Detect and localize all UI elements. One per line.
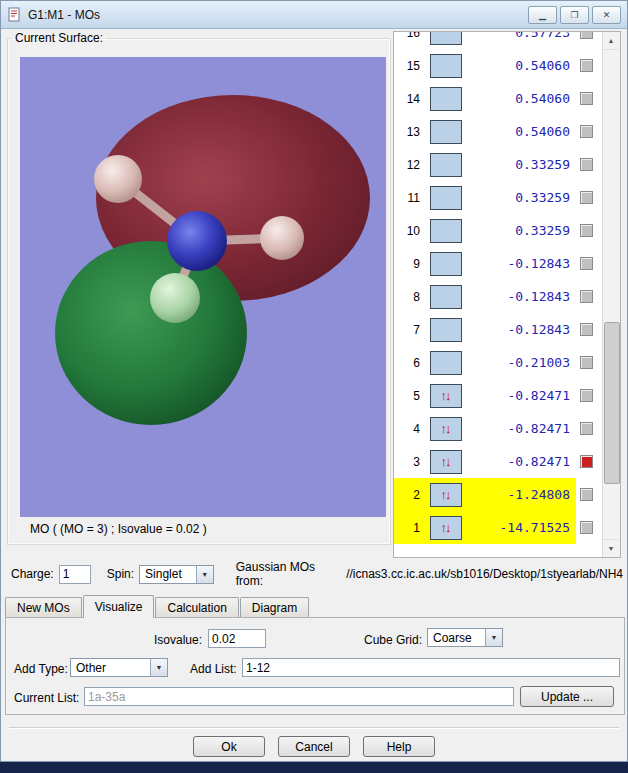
mo-level-box[interactable]: [430, 351, 462, 375]
mo-row-band[interactable]: 8-0.12843: [394, 280, 576, 313]
mo-level-box[interactable]: [430, 318, 462, 342]
mo-row[interactable]: 140.54060: [394, 82, 603, 115]
mo-row[interactable]: 8-0.12843: [394, 280, 603, 313]
cube-grid-select[interactable]: Coarse ▼: [427, 628, 503, 647]
molecule-viewport[interactable]: [20, 57, 386, 517]
tab-diagram[interactable]: Diagram: [240, 597, 309, 617]
mo-row-band[interactable]: 5↑↓-0.82471: [394, 379, 576, 412]
mo-level-box[interactable]: [430, 31, 462, 45]
mo-row[interactable]: 9-0.12843: [394, 247, 603, 280]
mo-row[interactable]: 160.57723: [394, 31, 603, 49]
mo-checkbox[interactable]: [580, 455, 593, 468]
mo-level-box[interactable]: ↑↓: [430, 384, 462, 408]
mo-level-box[interactable]: ↑↓: [430, 483, 462, 507]
spin-up-down-icon: ↑↓: [441, 520, 452, 535]
add-list-input[interactable]: [242, 658, 620, 677]
mo-row-band[interactable]: 6-0.21003: [394, 346, 576, 379]
mo-energy: -0.12843: [462, 289, 576, 304]
title-bar[interactable]: G1:M1 - MOs ▁ ❐ ✕: [1, 1, 627, 29]
mo-checkbox[interactable]: [580, 31, 593, 39]
mo-row-band[interactable]: 160.57723: [394, 31, 576, 49]
spin-select[interactable]: Singlet ▼: [139, 565, 214, 584]
mo-row[interactable]: 120.33259: [394, 148, 603, 181]
mo-level-box[interactable]: [430, 252, 462, 276]
mo-list-scrollbar[interactable]: ▲ ▼: [602, 32, 620, 557]
mo-level-box[interactable]: ↑↓: [430, 516, 462, 540]
mo-checkbox[interactable]: [580, 59, 593, 72]
ok-button[interactable]: Ok: [193, 736, 265, 757]
mo-level-box[interactable]: [430, 285, 462, 309]
mo-row-band[interactable]: 110.33259: [394, 181, 576, 214]
mo-row[interactable]: 7-0.12843: [394, 313, 603, 346]
isovalue-input[interactable]: [208, 629, 266, 648]
mo-checkbox[interactable]: [580, 521, 593, 534]
mo-checkbox[interactable]: [580, 488, 593, 501]
mo-level-box[interactable]: [430, 87, 462, 111]
mo-level-box[interactable]: [430, 219, 462, 243]
scroll-down-button[interactable]: ▼: [603, 539, 619, 557]
mo-checkbox[interactable]: [580, 290, 593, 303]
minimize-button[interactable]: ▁: [528, 6, 557, 24]
hydrogen-atom: [150, 273, 200, 323]
mo-checkbox[interactable]: [580, 191, 593, 204]
mo-checkbox[interactable]: [580, 356, 593, 369]
mo-checkbox[interactable]: [580, 389, 593, 402]
add-type-label: Add Type:: [14, 662, 68, 676]
mo-row-band[interactable]: 140.54060: [394, 82, 576, 115]
mo-row[interactable]: 1↑↓-14.71525: [394, 511, 603, 544]
charge-label: Charge:: [11, 567, 54, 581]
scrollbar-thumb[interactable]: [604, 322, 620, 484]
mo-level-box[interactable]: [430, 120, 462, 144]
tab-new-mos[interactable]: New MOs: [5, 597, 82, 617]
cube-grid-label: Cube Grid:: [332, 633, 422, 647]
close-button[interactable]: ✕: [592, 6, 621, 24]
mo-row-band[interactable]: 2↑↓-1.24808: [394, 478, 576, 511]
mo-row[interactable]: 6-0.21003: [394, 346, 603, 379]
mo-row-band[interactable]: 100.33259: [394, 214, 576, 247]
help-button[interactable]: Help: [363, 736, 435, 757]
mo-level-box[interactable]: [430, 54, 462, 78]
current-list-input[interactable]: [84, 687, 514, 706]
maximize-button[interactable]: ❐: [560, 6, 589, 24]
scroll-up-button[interactable]: ▲: [603, 32, 619, 50]
mo-row-band[interactable]: 9-0.12843: [394, 247, 576, 280]
mo-level-box[interactable]: [430, 153, 462, 177]
mo-row[interactable]: 4↑↓-0.82471: [394, 412, 603, 445]
mo-checkbox[interactable]: [580, 158, 593, 171]
mo-row-band[interactable]: 120.33259: [394, 148, 576, 181]
spin-label: Spin:: [107, 567, 134, 581]
mo-checkbox[interactable]: [580, 92, 593, 105]
mo-number: 5: [398, 389, 420, 403]
mo-row[interactable]: 2↑↓-1.24808: [394, 478, 603, 511]
add-type-select[interactable]: Other ▼: [70, 658, 168, 677]
mo-row-band[interactable]: 3↑↓-0.82471: [394, 445, 576, 478]
tab-strip: New MOsVisualizeCalculationDiagram: [5, 594, 310, 617]
tab-calculation[interactable]: Calculation: [155, 597, 238, 617]
update-button[interactable]: Update ...: [520, 686, 614, 707]
mo-level-box[interactable]: ↑↓: [430, 450, 462, 474]
mo-level-box[interactable]: [430, 186, 462, 210]
mo-energy: 0.57723: [462, 31, 576, 40]
tab-visualize[interactable]: Visualize: [83, 595, 155, 618]
mo-row-band[interactable]: 130.54060: [394, 115, 576, 148]
mo-checkbox[interactable]: [580, 224, 593, 237]
mo-row-band[interactable]: 4↑↓-0.82471: [394, 412, 576, 445]
charge-input[interactable]: [59, 565, 91, 584]
mo-row[interactable]: 150.54060: [394, 49, 603, 82]
mo-checkbox[interactable]: [580, 422, 593, 435]
mo-level-box[interactable]: ↑↓: [430, 417, 462, 441]
mo-row[interactable]: 5↑↓-0.82471: [394, 379, 603, 412]
mo-row-band[interactable]: 1↑↓-14.71525: [394, 511, 576, 544]
mo-row[interactable]: 3↑↓-0.82471: [394, 445, 603, 478]
mo-checkbox[interactable]: [580, 257, 593, 270]
mo-checkbox[interactable]: [580, 125, 593, 138]
mo-row[interactable]: 130.54060: [394, 115, 603, 148]
mo-row-band[interactable]: 150.54060: [394, 49, 576, 82]
mo-checkbox[interactable]: [580, 323, 593, 336]
mo-row-band[interactable]: 7-0.12843: [394, 313, 576, 346]
mo-row[interactable]: 100.33259: [394, 214, 603, 247]
mo-row[interactable]: 110.33259: [394, 181, 603, 214]
cancel-button[interactable]: Cancel: [278, 736, 350, 757]
mo-number: 13: [398, 125, 420, 139]
visualize-panel: Isovalue: Cube Grid: Coarse ▼ Add Type: …: [5, 617, 625, 715]
